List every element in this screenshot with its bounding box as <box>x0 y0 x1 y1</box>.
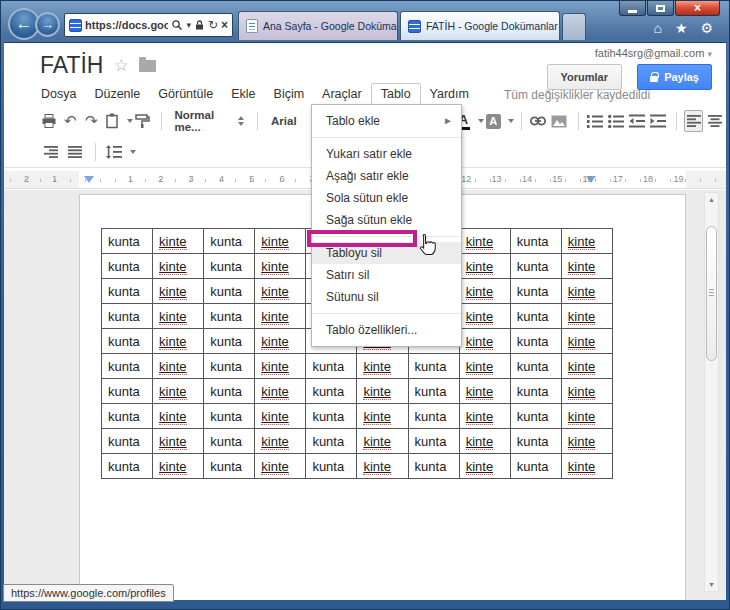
table-cell[interactable]: kunta <box>510 454 561 479</box>
align-center-icon[interactable] <box>705 110 724 132</box>
table-cell[interactable]: kinte <box>255 279 306 304</box>
redo-icon[interactable]: ↷ <box>82 110 101 132</box>
table-cell[interactable]: kinte <box>357 429 408 454</box>
star-document-icon[interactable]: ☆ <box>113 55 128 76</box>
chevron-down-icon[interactable] <box>508 119 514 123</box>
table-cell[interactable]: kinte <box>255 304 306 329</box>
table-cell[interactable]: kunta <box>204 379 255 404</box>
table-cell[interactable]: kinte <box>153 354 204 379</box>
table-cell[interactable]: kinte <box>561 429 612 454</box>
table-cell[interactable]: kunta <box>510 279 561 304</box>
menu-item-sa-a-s-tun-ekle[interactable]: Sağa sütun ekle <box>312 209 461 231</box>
table-cell[interactable]: kunta <box>102 429 153 454</box>
tab-ana-sayfa[interactable]: Ana Sayfa - Google Dokümanlar <box>238 11 398 40</box>
document-title[interactable]: FATİH <box>40 52 103 79</box>
chevron-down-icon[interactable] <box>130 150 136 154</box>
table-cell[interactable]: kinte <box>561 254 612 279</box>
table-cell[interactable]: kinte <box>255 454 306 479</box>
menu-item-sola-s-tun-ekle[interactable]: Sola sütun ekle <box>312 187 461 209</box>
table-cell[interactable]: kunta <box>204 454 255 479</box>
table-cell[interactable]: kinte <box>255 229 306 254</box>
justify-icon[interactable] <box>64 141 86 163</box>
tab-fatih[interactable]: FATİH - Google Dokümanlar × <box>400 11 560 40</box>
insert-image-icon[interactable] <box>550 110 569 132</box>
stop-icon[interactable]: × <box>221 19 228 31</box>
styles-dropdown[interactable]: Normal me... <box>168 110 250 132</box>
bulleted-list-icon[interactable] <box>606 110 625 132</box>
table-cell[interactable]: kunta <box>510 254 561 279</box>
table-cell[interactable]: kunta <box>102 254 153 279</box>
table-cell[interactable]: kinte <box>459 354 510 379</box>
table-cell[interactable]: kinte <box>153 254 204 279</box>
table-cell[interactable]: kinte <box>561 404 612 429</box>
table-cell[interactable]: kinte <box>357 404 408 429</box>
table-cell[interactable]: kunta <box>204 229 255 254</box>
table-cell[interactable]: kinte <box>255 329 306 354</box>
table-cell[interactable]: kinte <box>357 354 408 379</box>
table-cell[interactable]: kinte <box>459 404 510 429</box>
table-cell[interactable]: kunta <box>306 454 357 479</box>
decrease-indent-icon[interactable] <box>627 110 646 132</box>
table-cell[interactable]: kunta <box>102 304 153 329</box>
table-cell[interactable]: kunta <box>102 229 153 254</box>
table-cell[interactable]: kunta <box>102 279 153 304</box>
settings-gear-icon[interactable]: ⚙ <box>700 20 713 36</box>
account-menu[interactable]: fatih44srg@gmail.com ▾ <box>595 47 712 59</box>
menu-araçlar[interactable]: Araçlar <box>313 84 371 105</box>
new-tab-button[interactable] <box>562 13 586 40</box>
table-cell[interactable]: kunta <box>510 229 561 254</box>
table-cell[interactable]: kinte <box>153 429 204 454</box>
table-cell[interactable]: kunta <box>408 354 459 379</box>
table-cell[interactable]: kinte <box>153 304 204 329</box>
table-cell[interactable]: kinte <box>357 379 408 404</box>
scroll-up-icon[interactable]: ▲ <box>705 196 718 203</box>
align-right-icon[interactable] <box>40 141 62 163</box>
table-cell[interactable]: kunta <box>510 304 561 329</box>
table-cell[interactable]: kinte <box>459 379 510 404</box>
align-left-icon[interactable] <box>684 110 703 132</box>
menu-item-tablo-ekle[interactable]: Tablo ekle► <box>312 110 461 132</box>
menu-düzenle[interactable]: Düzenle <box>85 84 149 105</box>
home-icon[interactable]: ⌂ <box>653 20 661 36</box>
table-cell[interactable]: kinte <box>357 454 408 479</box>
menu-item-s-tunu-sil[interactable]: Sütunu sil <box>312 286 461 308</box>
table-cell[interactable]: kinte <box>459 304 510 329</box>
search-icon[interactable] <box>171 19 183 31</box>
menu-ekle[interactable]: Ekle <box>222 84 264 105</box>
table-cell[interactable]: kinte <box>153 454 204 479</box>
share-button[interactable]: Paylaş <box>637 64 712 90</box>
table-cell[interactable]: kunta <box>510 354 561 379</box>
menu-biçim[interactable]: Biçim <box>265 84 314 105</box>
scroll-down-icon[interactable]: ▼ <box>705 581 718 588</box>
table-cell[interactable]: kunta <box>306 354 357 379</box>
table-cell[interactable]: kinte <box>153 379 204 404</box>
table-cell[interactable]: kinte <box>255 429 306 454</box>
table-cell[interactable]: kunta <box>102 354 153 379</box>
table-cell[interactable]: kunta <box>204 329 255 354</box>
menu-item-sat-r-sil[interactable]: Satırı sil <box>312 264 461 286</box>
table-cell[interactable]: kunta <box>102 454 153 479</box>
menu-item-tablo-zellikleri-[interactable]: Tablo özellikleri... <box>312 319 461 341</box>
folder-icon[interactable] <box>139 60 156 72</box>
menu-item-yukar-sat-r-ekle[interactable]: Yukarı satır ekle <box>312 143 461 165</box>
scrollbar-thumb[interactable] <box>706 226 717 361</box>
forward-button[interactable]: → <box>35 12 60 37</box>
table-cell[interactable]: kunta <box>510 404 561 429</box>
table-cell[interactable]: kunta <box>204 354 255 379</box>
left-indent-marker[interactable] <box>84 176 94 183</box>
table-cell[interactable]: kunta <box>102 329 153 354</box>
table-cell[interactable]: kinte <box>153 229 204 254</box>
insert-link-icon[interactable] <box>529 110 548 132</box>
table-cell[interactable]: kinte <box>459 229 510 254</box>
table-cell[interactable]: kinte <box>561 454 612 479</box>
chevron-down-icon[interactable] <box>478 119 484 123</box>
increase-indent-icon[interactable] <box>648 110 667 132</box>
chevron-down-icon[interactable]: ▾ <box>186 21 191 30</box>
menu-görüntüle[interactable]: Görüntüle <box>149 84 222 105</box>
table-cell[interactable]: kinte <box>153 404 204 429</box>
table-cell[interactable]: kunta <box>408 454 459 479</box>
minimize-button[interactable] <box>619 1 646 16</box>
table-cell[interactable]: kinte <box>459 329 510 354</box>
numbered-list-icon[interactable] <box>585 110 604 132</box>
table-cell[interactable]: kinte <box>561 354 612 379</box>
